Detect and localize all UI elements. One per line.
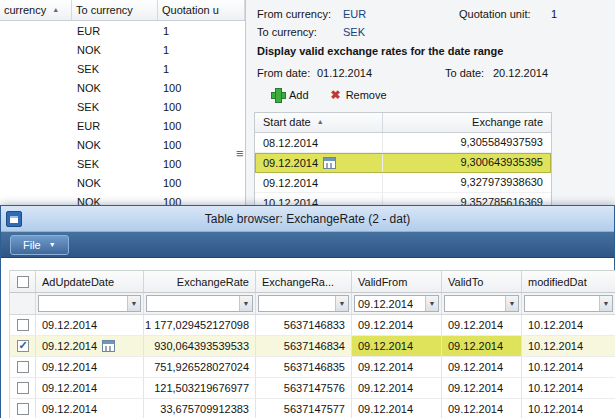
to-currency-cell[interactable]: SEK xyxy=(72,63,158,75)
validto-cell[interactable]: 09.12.2014 xyxy=(442,399,522,418)
table-row[interactable]: 09.12.201433,675709912383563714757709.12… xyxy=(10,399,615,418)
row-checkbox[interactable] xyxy=(17,340,29,352)
from-date-value[interactable]: 01.12.2014 xyxy=(317,67,372,79)
exchangerate-cell[interactable]: 33,675709912383 xyxy=(144,399,256,418)
exchangerate-cell[interactable]: 1 177,029452127098 xyxy=(144,315,256,335)
row-checkbox[interactable] xyxy=(17,361,29,373)
dropdown-arrow-icon[interactable]: ▼ xyxy=(505,296,518,311)
to-currency-cell[interactable]: SEK xyxy=(72,158,158,170)
filter-modifieddate[interactable]: ▼ xyxy=(522,293,615,314)
dropdown-arrow-icon[interactable]: ▼ xyxy=(335,296,348,311)
currency-pair-row[interactable]: SEK100 xyxy=(0,97,245,116)
exchange-rate-cell[interactable]: 9,305584937593 xyxy=(383,133,551,152)
modifieddate-cell[interactable]: 10.12.2014 xyxy=(522,378,615,398)
validfrom-cell[interactable]: 09.12.2014 xyxy=(352,336,442,356)
adupdatedate-cell[interactable]: 09.12.2014 xyxy=(36,378,144,398)
splitter-grip[interactable]: ≡ xyxy=(236,146,244,161)
adupdatedate-cell[interactable]: 09.12.2014 xyxy=(36,315,144,335)
col-validto[interactable]: ValidTo xyxy=(442,271,522,292)
from-currency-value[interactable]: EUR xyxy=(343,8,366,20)
adupdatedate-cell[interactable]: 09.12.2014 xyxy=(36,357,144,377)
exchangerecid-cell[interactable]: 5637146833 xyxy=(256,315,352,335)
quotation-cell[interactable]: 100 xyxy=(158,101,245,113)
quotation-cell[interactable]: 100 xyxy=(158,177,245,189)
quotation-cell[interactable]: 1 xyxy=(158,44,245,56)
quotation-cell[interactable]: 100 xyxy=(158,82,245,94)
file-menu-button[interactable]: File ▼ xyxy=(10,235,69,255)
validto-cell[interactable]: 09.12.2014 xyxy=(442,336,522,356)
row-select-cell[interactable] xyxy=(10,378,36,398)
currency-pair-row[interactable]: NOK100 xyxy=(0,135,245,154)
col-exchangerecid[interactable]: ExchangeRa... xyxy=(256,271,352,292)
col-exchange-rate[interactable]: Exchange rate xyxy=(383,113,551,132)
exchangerecid-cell[interactable]: 5637146834 xyxy=(256,336,352,356)
modifieddate-cell[interactable]: 10.12.2014 xyxy=(522,399,615,418)
table-row[interactable]: 09.12.2014930,064393539533563714683409.1… xyxy=(10,336,615,357)
to-currency-cell[interactable]: EUR xyxy=(72,120,158,132)
to-currency-value[interactable]: SEK xyxy=(343,26,365,38)
currency-pair-row[interactable]: SEK100 xyxy=(0,154,245,173)
validfrom-cell[interactable]: 09.12.2014 xyxy=(352,378,442,398)
to-currency-cell[interactable]: NOK xyxy=(72,177,158,189)
to-currency-cell[interactable]: NOK xyxy=(72,44,158,56)
col-start-date[interactable]: Start date▲ xyxy=(255,113,383,132)
validfrom-cell[interactable]: 09.12.2014 xyxy=(352,357,442,377)
dropdown-arrow-icon[interactable]: ▼ xyxy=(239,296,252,311)
currency-pair-row[interactable]: EUR1 xyxy=(0,21,245,40)
remove-button[interactable]: ✖ Remove xyxy=(331,89,387,101)
titlebar[interactable]: Table browser: ExchangeRate (2 - dat) xyxy=(1,206,614,232)
start-date-cell[interactable]: 09.12.2014 xyxy=(255,153,383,172)
start-date-cell[interactable]: 08.12.2014 xyxy=(255,133,383,152)
exchange-rate-row[interactable]: 08.12.20149,305584937593 xyxy=(255,133,551,153)
validto-cell[interactable]: 09.12.2014 xyxy=(442,378,522,398)
exchange-rate-row[interactable]: 09.12.20149,300643935395 xyxy=(255,153,551,173)
select-all-checkbox[interactable] xyxy=(17,276,29,288)
dropdown-arrow-icon[interactable]: ▼ xyxy=(425,296,438,311)
filter-adupdatedate[interactable]: ▼ xyxy=(36,293,144,314)
filter-validfrom[interactable]: 09.12.2014▼ xyxy=(352,293,442,314)
calendar-icon[interactable] xyxy=(102,340,115,352)
validto-cell[interactable]: 09.12.2014 xyxy=(442,357,522,377)
quotation-cell[interactable]: 100 xyxy=(158,158,245,170)
table-row[interactable]: 09.12.20141 177,029452127098563714683309… xyxy=(10,315,615,336)
table-row[interactable]: 09.12.2014121,503219676977563714757609.1… xyxy=(10,378,615,399)
col-to-currency[interactable]: To currency xyxy=(72,0,158,20)
adupdatedate-cell[interactable]: 09.12.2014 xyxy=(36,399,144,418)
exchange-rate-cell[interactable]: 9,327973938630 xyxy=(383,173,551,192)
validfrom-cell[interactable]: 09.12.2014 xyxy=(352,399,442,418)
col-from-currency[interactable]: currency▲ xyxy=(0,0,72,20)
exchangerate-cell[interactable]: 751,926528027024 xyxy=(144,357,256,377)
quotation-cell[interactable]: 1 xyxy=(158,25,245,37)
exchange-rate-cell[interactable]: 9,300643935395 xyxy=(383,153,551,172)
add-button[interactable]: Add xyxy=(271,88,309,101)
to-currency-cell[interactable]: NOK xyxy=(72,82,158,94)
currency-pair-row[interactable]: SEK1 xyxy=(0,59,245,78)
currency-pair-row[interactable]: NOK100 xyxy=(0,173,245,192)
exchangerecid-cell[interactable]: 5637147577 xyxy=(256,399,352,418)
to-currency-cell[interactable]: EUR xyxy=(72,25,158,37)
quotation-cell[interactable]: 1 xyxy=(158,63,245,75)
currency-pair-row[interactable]: NOK100 xyxy=(0,78,245,97)
exchangerate-cell[interactable]: 930,064393539533 xyxy=(144,336,256,356)
modifieddate-cell[interactable]: 10.12.2014 xyxy=(522,315,615,335)
to-currency-cell[interactable]: NOK xyxy=(72,139,158,151)
calendar-icon[interactable] xyxy=(323,157,336,169)
col-exchangerate[interactable]: ExchangeRate xyxy=(144,271,256,292)
filter-validto[interactable]: ▼ xyxy=(442,293,522,314)
start-date-cell[interactable]: 09.12.2014 xyxy=(255,173,383,192)
modifieddate-cell[interactable]: 10.12.2014 xyxy=(522,336,615,356)
filter-exchangerecid[interactable]: ▼ xyxy=(256,293,352,314)
currency-pair-row[interactable]: EUR100 xyxy=(0,116,245,135)
validto-cell[interactable]: 09.12.2014 xyxy=(442,315,522,335)
currency-pair-row[interactable]: NOK1 xyxy=(0,40,245,59)
row-select-cell[interactable] xyxy=(10,357,36,377)
table-row[interactable]: 09.12.2014751,926528027024563714683509.1… xyxy=(10,357,615,378)
row-checkbox[interactable] xyxy=(17,403,29,415)
exchangerecid-cell[interactable]: 5637147576 xyxy=(256,378,352,398)
col-quotation-unit[interactable]: Quotation u xyxy=(158,0,245,20)
to-currency-cell[interactable]: SEK xyxy=(72,101,158,113)
row-select-cell[interactable] xyxy=(10,399,36,418)
col-modifieddate[interactable]: modifiedDat xyxy=(522,271,615,292)
filter-validfrom-value[interactable]: 09.12.2014 xyxy=(358,298,413,310)
row-select-cell[interactable] xyxy=(10,336,36,356)
